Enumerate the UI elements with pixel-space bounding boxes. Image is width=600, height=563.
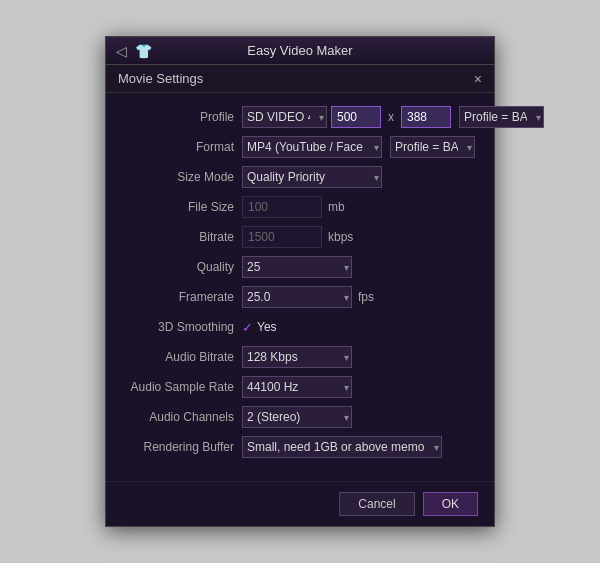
rendering-select-wrapper: Small, need 1GB or above memory. (242, 436, 442, 458)
rendering-label: Rendering Buffer (122, 440, 242, 454)
bitrate-control: kbps (242, 226, 478, 248)
framerate-select[interactable]: 25.0 (242, 286, 352, 308)
dialog-footer: Cancel OK (106, 481, 494, 526)
format-row: Format MP4 (YouTube / Face Profile = BAS… (122, 135, 478, 159)
ok-button[interactable]: OK (423, 492, 478, 516)
audio-sample-row: Audio Sample Rate 44100 Hz (122, 375, 478, 399)
rendering-row: Rendering Buffer Small, need 1GB or abov… (122, 435, 478, 459)
close-button[interactable]: × (474, 72, 482, 86)
profile-control: SD VIDEO 480P 16:9 x Profile = BASELI (242, 106, 544, 128)
bitrate-unit: kbps (328, 230, 353, 244)
cancel-button[interactable]: Cancel (339, 492, 414, 516)
profile-eq-wrapper: Profile = BASELI (390, 136, 475, 158)
audio-bitrate-row: Audio Bitrate 128 Kbps (122, 345, 478, 369)
profile-select[interactable]: SD VIDEO 480P 16:9 (242, 106, 327, 128)
framerate-control: 25.0 fps (242, 286, 478, 308)
audio-sample-control: 44100 Hz (242, 376, 478, 398)
audio-sample-select[interactable]: 44100 Hz (242, 376, 352, 398)
size-mode-control: Quality Priority (242, 166, 478, 188)
quality-label: Quality (122, 260, 242, 274)
dialog-body: Profile SD VIDEO 480P 16:9 x Profile = B… (106, 93, 494, 481)
title-bar: ◁ 👕 Easy Video Maker (106, 37, 494, 65)
format-select[interactable]: MP4 (YouTube / Face (242, 136, 382, 158)
title-bar-left: ◁ 👕 (116, 43, 152, 59)
quality-select[interactable]: 25 (242, 256, 352, 278)
framerate-select-wrapper: 25.0 (242, 286, 352, 308)
app-title: Easy Video Maker (247, 43, 352, 58)
file-size-label: File Size (122, 200, 242, 214)
smoothing-checkmark: ✓ (242, 320, 253, 335)
rendering-select[interactable]: Small, need 1GB or above memory. (242, 436, 442, 458)
audio-channels-label: Audio Channels (122, 410, 242, 424)
app-window: ◁ 👕 Easy Video Maker Movie Settings × Pr… (105, 36, 495, 527)
profile-row: Profile SD VIDEO 480P 16:9 x Profile = B… (122, 105, 478, 129)
format-label: Format (122, 140, 242, 154)
bitrate-label: Bitrate (122, 230, 242, 244)
size-mode-label: Size Mode (122, 170, 242, 184)
settings-icon[interactable]: 👕 (135, 43, 152, 59)
quality-select-wrapper: 25 (242, 256, 352, 278)
size-mode-select-wrapper: Quality Priority (242, 166, 382, 188)
profile-baseline-select[interactable]: Profile = BASELI (459, 106, 544, 128)
file-size-control: mb (242, 196, 478, 218)
back-icon[interactable]: ◁ (116, 43, 127, 59)
smoothing-control: ✓ Yes (242, 320, 478, 335)
size-mode-row: Size Mode Quality Priority (122, 165, 478, 189)
audio-sample-label: Audio Sample Rate (122, 380, 242, 394)
rendering-control: Small, need 1GB or above memory. (242, 436, 478, 458)
audio-bitrate-control: 128 Kbps (242, 346, 478, 368)
audio-bitrate-select-wrapper: 128 Kbps (242, 346, 352, 368)
audio-channels-select[interactable]: 2 (Stereo) (242, 406, 352, 428)
file-size-input (242, 196, 322, 218)
smoothing-label: 3D Smoothing (122, 320, 242, 334)
profile-select-wrapper: SD VIDEO 480P 16:9 (242, 106, 327, 128)
size-mode-select[interactable]: Quality Priority (242, 166, 382, 188)
audio-bitrate-label: Audio Bitrate (122, 350, 242, 364)
profile-eq-select[interactable]: Profile = BASELI (390, 136, 475, 158)
bitrate-input (242, 226, 322, 248)
framerate-unit: fps (358, 290, 374, 304)
format-select-wrapper: MP4 (YouTube / Face (242, 136, 382, 158)
dialog-title: Movie Settings (118, 71, 203, 86)
quality-control: 25 (242, 256, 478, 278)
audio-channels-row: Audio Channels 2 (Stereo) (122, 405, 478, 429)
framerate-label: Framerate (122, 290, 242, 304)
x-separator: x (385, 110, 397, 124)
smoothing-row: 3D Smoothing ✓ Yes (122, 315, 478, 339)
framerate-row: Framerate 25.0 fps (122, 285, 478, 309)
quality-row: Quality 25 (122, 255, 478, 279)
file-size-unit: mb (328, 200, 345, 214)
audio-bitrate-select[interactable]: 128 Kbps (242, 346, 352, 368)
profile-width-input[interactable] (331, 106, 381, 128)
dialog-header: Movie Settings × (106, 65, 494, 93)
profile-label: Profile (122, 110, 242, 124)
audio-channels-control: 2 (Stereo) (242, 406, 478, 428)
bitrate-row: Bitrate kbps (122, 225, 478, 249)
audio-channels-select-wrapper: 2 (Stereo) (242, 406, 352, 428)
profile-baseline-wrapper: Profile = BASELI (459, 106, 544, 128)
profile-height-input[interactable] (401, 106, 451, 128)
smoothing-text: Yes (257, 320, 277, 334)
file-size-row: File Size mb (122, 195, 478, 219)
audio-sample-select-wrapper: 44100 Hz (242, 376, 352, 398)
format-control: MP4 (YouTube / Face Profile = BASELI (242, 136, 478, 158)
smoothing-checkbox-row: ✓ Yes (242, 320, 277, 335)
